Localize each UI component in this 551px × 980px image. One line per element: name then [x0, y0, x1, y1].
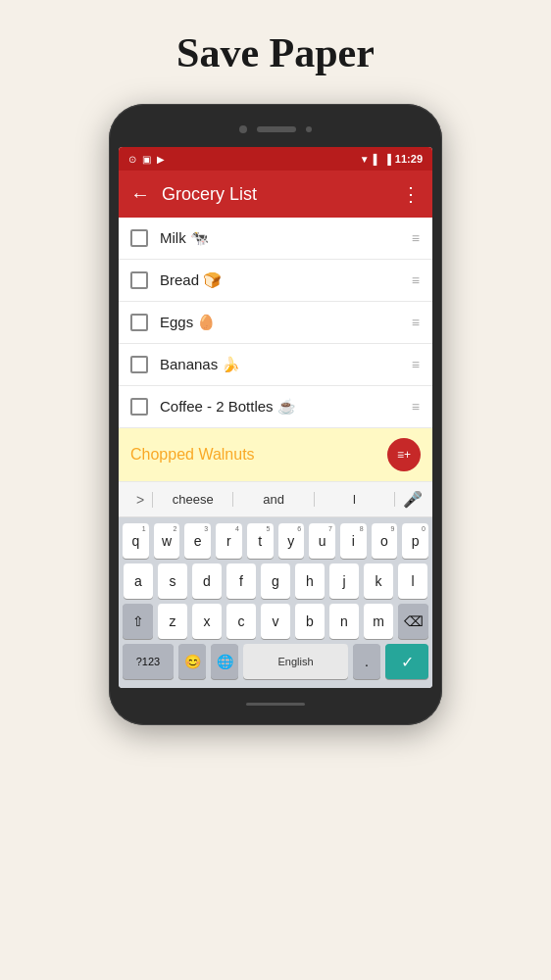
status-time: 11:29	[395, 153, 423, 165]
wifi-icon: ▼	[360, 154, 370, 165]
key-j[interactable]: j	[329, 564, 359, 599]
drag-handle-bananas: ≡	[412, 357, 421, 372]
list-item: Bananas 🍌 ≡	[119, 344, 432, 386]
key-v[interactable]: v	[261, 604, 290, 639]
phone-top-bar	[119, 116, 432, 143]
globe-key[interactable]: 🌐	[211, 644, 238, 679]
new-item-input[interactable]	[130, 446, 387, 464]
list-item: Bread 🍞 ≡	[119, 260, 432, 302]
status-icon-circle: ⊙	[128, 154, 136, 165]
numbers-key[interactable]: ?123	[123, 644, 174, 679]
keyboard-row-1: 1q 2w 3e 4r 5t 6y 7u 8i 9o 0p	[123, 523, 428, 559]
key-e[interactable]: 3e	[184, 523, 211, 559]
item-text-bananas: Bananas 🍌	[160, 356, 412, 373]
keyboard: 1q 2w 3e 4r 5t 6y 7u 8i 9o 0p a s d f g …	[119, 517, 432, 688]
phone-device: ⊙ ▣ ▶ ▼ ▌ ▐ 11:29 ← Grocery List ⋮ Milk …	[109, 104, 442, 725]
key-s[interactable]: s	[158, 564, 187, 599]
key-t[interactable]: 5t	[247, 523, 274, 559]
checkbox-bread[interactable]	[130, 271, 148, 289]
page-title: Save Paper	[176, 29, 375, 76]
add-item-button[interactable]: ≡+	[387, 438, 421, 471]
keyboard-row-2: a s d f g h j k l	[123, 564, 428, 599]
key-a[interactable]: a	[124, 564, 153, 599]
phone-bottom-bar	[119, 694, 432, 713]
app-bar: ← Grocery List ⋮	[119, 171, 432, 218]
input-row: ≡+	[119, 428, 432, 482]
enter-key[interactable]: ✓	[385, 644, 428, 679]
keyboard-row-3: ⇧ z x c v b n m ⌫	[123, 604, 428, 639]
menu-button[interactable]: ⋮	[401, 182, 421, 206]
shift-key[interactable]: ⇧	[123, 604, 153, 639]
status-left-icons: ⊙ ▣ ▶	[128, 154, 165, 165]
status-bar: ⊙ ▣ ▶ ▼ ▌ ▐ 11:29	[119, 147, 432, 171]
list-item: Milk 🐄 ≡	[119, 218, 432, 260]
add-icon: ≡+	[397, 448, 411, 462]
suggestion-chevron-icon[interactable]: >	[128, 492, 153, 508]
key-o[interactable]: 9o	[372, 523, 398, 559]
key-l[interactable]: l	[398, 564, 427, 599]
key-b[interactable]: b	[295, 604, 325, 639]
key-f[interactable]: f	[226, 564, 256, 599]
key-c[interactable]: c	[226, 604, 256, 639]
key-r[interactable]: 4r	[216, 523, 242, 559]
phone-speaker	[257, 126, 296, 132]
suggestion-bar: > cheese and l 🎤	[119, 482, 432, 517]
key-k[interactable]: k	[364, 564, 393, 599]
item-text-coffee: Coffee - 2 Bottles ☕	[160, 398, 412, 416]
key-w[interactable]: 2w	[154, 523, 180, 559]
mic-icon[interactable]: 🎤	[395, 490, 423, 509]
item-text-eggs: Eggs 🥚	[160, 314, 412, 331]
back-button[interactable]: ←	[130, 183, 150, 206]
key-x[interactable]: x	[192, 604, 222, 639]
key-d[interactable]: d	[192, 564, 222, 599]
emoji-key[interactable]: 😊	[178, 644, 206, 679]
drag-handle-bread: ≡	[412, 272, 421, 288]
period-key[interactable]: .	[353, 644, 380, 679]
list-item: Coffee - 2 Bottles ☕ ≡	[119, 386, 432, 428]
app-bar-title: Grocery List	[162, 184, 401, 205]
list-item: Eggs 🥚 ≡	[119, 302, 432, 344]
status-icon-play: ▶	[157, 154, 165, 165]
keyboard-row-4: ?123 😊 🌐 English . ✓	[123, 644, 428, 679]
suggestion-word-l[interactable]: l	[315, 492, 395, 507]
checkbox-coffee[interactable]	[130, 398, 148, 416]
key-p[interactable]: 0p	[402, 523, 428, 559]
key-y[interactable]: 6y	[278, 523, 305, 559]
drag-handle-eggs: ≡	[412, 315, 421, 330]
checkbox-milk[interactable]	[130, 229, 148, 247]
phone-screen: ⊙ ▣ ▶ ▼ ▌ ▐ 11:29 ← Grocery List ⋮ Milk …	[119, 147, 432, 688]
status-right-icons: ▼ ▌ ▐ 11:29	[360, 153, 423, 165]
key-h[interactable]: h	[295, 564, 325, 599]
drag-handle-coffee: ≡	[412, 399, 421, 415]
backspace-key[interactable]: ⌫	[398, 604, 428, 639]
suggestion-word-cheese[interactable]: cheese	[153, 492, 233, 507]
space-key[interactable]: English	[243, 644, 348, 679]
status-icon-sim: ▣	[142, 154, 151, 165]
key-m[interactable]: m	[364, 604, 393, 639]
battery-icon: ▐	[384, 154, 391, 165]
key-u[interactable]: 7u	[309, 523, 335, 559]
key-n[interactable]: n	[329, 604, 359, 639]
drag-handle-milk: ≡	[412, 230, 421, 246]
phone-camera	[239, 125, 247, 133]
checkbox-eggs[interactable]	[130, 314, 148, 331]
key-i[interactable]: 8i	[340, 523, 367, 559]
home-indicator	[246, 703, 305, 706]
key-q[interactable]: 1q	[123, 523, 149, 559]
signal-icon: ▌	[374, 154, 380, 165]
key-g[interactable]: g	[261, 564, 290, 599]
suggestion-word-and[interactable]: and	[233, 492, 314, 507]
phone-dot	[306, 126, 312, 132]
key-z[interactable]: z	[158, 604, 187, 639]
item-text-milk: Milk 🐄	[160, 229, 412, 247]
item-text-bread: Bread 🍞	[160, 271, 412, 289]
checkbox-bananas[interactable]	[130, 356, 148, 373]
